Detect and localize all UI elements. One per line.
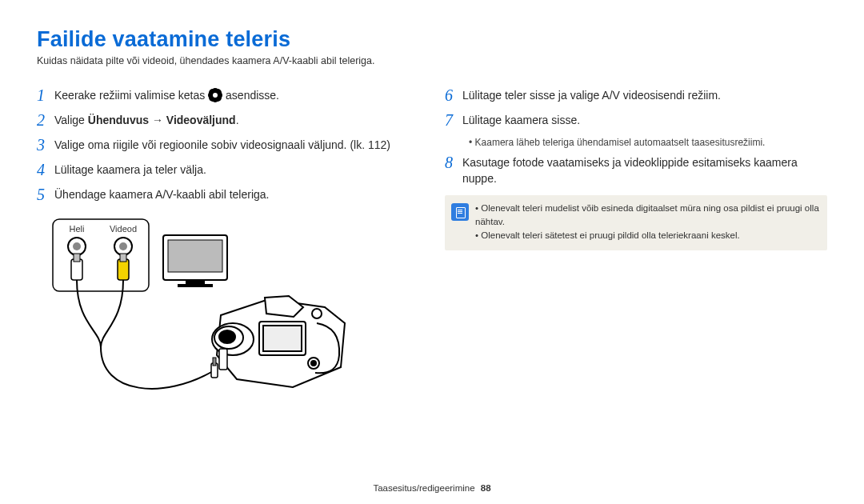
note-box: Olenevalt teleri mudelist võib esineda d… — [445, 195, 827, 251]
svg-rect-8 — [120, 254, 126, 262]
step-text: Valige Ühenduvus → Videoväljund. — [54, 112, 239, 128]
note-icon — [451, 203, 469, 221]
text: Keerake režiimi valimise ketas — [54, 89, 208, 102]
step-number: 8 — [445, 154, 462, 171]
note-line: Olenevalt teleri mudelist võib esineda d… — [475, 202, 819, 230]
text: asendisse. — [222, 89, 279, 102]
text: Valige — [54, 114, 88, 126]
bold-text: Videoväljund — [166, 114, 236, 126]
svg-rect-5 — [71, 259, 82, 280]
step-8: 8 Kasutage fotode vaatamiseks ja videokl… — [445, 154, 827, 187]
svg-point-2 — [73, 242, 81, 250]
step-number: 5 — [37, 186, 54, 203]
step-5: 5 Ühendage kaamera A/V-kaabli abil teler… — [37, 186, 419, 203]
svg-rect-10 — [213, 358, 216, 366]
note-body: Olenevalt teleri mudelist võib esineda d… — [475, 202, 819, 243]
step-number: 2 — [37, 112, 54, 129]
step-number: 4 — [37, 162, 54, 178]
step-4: 4 Lülitage kaamera ja teler välja. — [37, 162, 419, 178]
step-7: 7 Lülitage kaamera sisse. — [445, 112, 827, 129]
step-number: 7 — [445, 112, 462, 129]
svg-rect-19 — [263, 326, 302, 351]
note-line: Olenevalt teleri sätetest ei pruugi pild… — [475, 229, 819, 242]
step-6: 6 Lülitage teler sisse ja valige A/V vid… — [445, 87, 827, 104]
step-number: 1 — [37, 87, 54, 104]
step-text: Kasutage fotode vaatamiseks ja videoklip… — [462, 154, 827, 187]
content-columns: 1 Keerake režiimi valimise ketas asendis… — [37, 87, 827, 427]
step-text: Lülitage kaamera ja teler välja. — [54, 162, 206, 178]
label-video: Videod — [110, 224, 137, 234]
bold-text: Ühenduvus — [88, 114, 149, 126]
manual-page: Failide vaatamine teleris Kuidas näidata… — [0, 0, 864, 504]
step-number: 6 — [445, 87, 462, 104]
step-text: Keerake režiimi valimise ketas asendisse… — [54, 87, 279, 103]
left-column: 1 Keerake režiimi valimise ketas asendis… — [37, 87, 419, 427]
svg-point-22 — [311, 361, 316, 366]
step-1: 1 Keerake režiimi valimise ketas asendis… — [37, 87, 419, 104]
svg-rect-14 — [178, 284, 213, 287]
svg-point-20 — [312, 309, 322, 318]
page-title: Failide vaatamine teleris — [37, 27, 827, 52]
footer-page-number: 88 — [481, 483, 491, 493]
footer-section: Taasesitus/redigeerimine — [373, 483, 474, 493]
svg-rect-7 — [118, 259, 129, 280]
text: → — [149, 114, 166, 126]
step-text: Ühendage kaamera A/V-kaabli abil telerig… — [54, 186, 270, 202]
step-3: 3 Valige oma riigile või regioonile sobi… — [37, 137, 419, 154]
text: . — [236, 114, 239, 126]
right-column: 6 Lülitage teler sisse ja valige A/V vid… — [445, 87, 827, 427]
page-footer: Taasesitus/redigeerimine 88 — [0, 483, 864, 493]
step-number: 3 — [37, 137, 54, 154]
svg-rect-12 — [168, 240, 222, 272]
av-connection-diagram: Heli Videod — [37, 211, 419, 427]
svg-point-17 — [219, 330, 235, 343]
svg-rect-13 — [186, 280, 205, 284]
step-7-subnote: Kaamera läheb teleriga ühendamisel autom… — [469, 137, 827, 148]
step-text: Lülitage teler sisse ja valige A/V video… — [462, 87, 721, 103]
label-audio: Heli — [70, 224, 85, 234]
svg-point-4 — [119, 242, 127, 250]
diagram-svg: Heli Videod — [37, 211, 349, 427]
gear-icon — [210, 90, 221, 101]
svg-rect-6 — [74, 254, 80, 262]
step-2: 2 Valige Ühenduvus → Videoväljund. — [37, 112, 419, 129]
svg-rect-23 — [219, 349, 227, 370]
step-text: Valige oma riigile või regioonile sobiv … — [54, 137, 390, 153]
step-text: Lülitage kaamera sisse. — [462, 112, 580, 128]
page-subtitle: Kuidas näidata pilte või videoid, ühenda… — [37, 55, 827, 66]
